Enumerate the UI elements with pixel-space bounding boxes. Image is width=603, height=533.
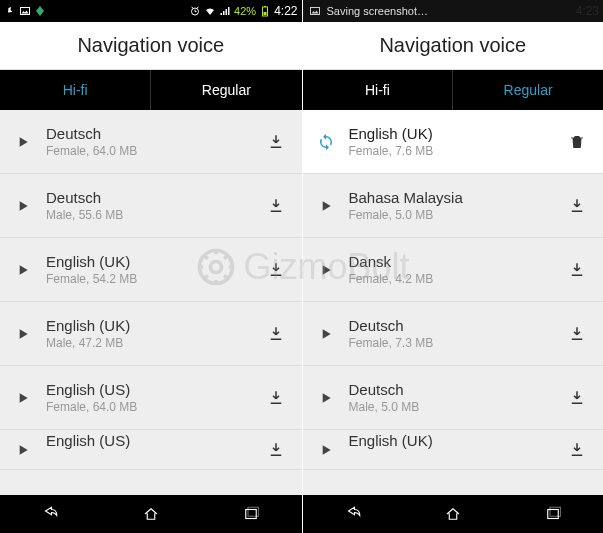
download-button[interactable] <box>565 261 589 279</box>
pin-icon <box>4 5 16 17</box>
download-button[interactable] <box>264 133 288 151</box>
play-icon[interactable] <box>317 262 335 278</box>
voice-language: Bahasa Malaysia <box>349 189 552 206</box>
clock: 4:22 <box>274 4 297 18</box>
voice-meta: Female, 5.0 MB <box>349 208 552 222</box>
recent-button[interactable] <box>540 504 566 524</box>
voice-language: Dansk <box>349 253 552 270</box>
voice-language: Deutsch <box>46 125 250 142</box>
tabs: Hi-fi Regular <box>0 70 302 110</box>
svg-rect-4 <box>264 6 266 7</box>
status-bar: 42% 4:22 <box>0 0 302 22</box>
voice-language: English (UK) <box>349 125 552 142</box>
play-icon[interactable] <box>14 326 32 342</box>
download-button[interactable] <box>264 197 288 215</box>
download-button[interactable] <box>565 441 589 459</box>
wifi-icon <box>204 5 216 17</box>
voice-list: DeutschFemale, 64.0 MBDeutschMale, 55.6 … <box>0 110 302 495</box>
alarm-icon <box>189 5 201 17</box>
voice-meta: Female, 64.0 MB <box>46 400 250 414</box>
page-title: Navigation voice <box>303 22 604 70</box>
play-icon[interactable] <box>14 134 32 150</box>
home-button[interactable] <box>440 504 466 524</box>
voice-language: English (UK) <box>46 317 250 334</box>
tab-hifi[interactable]: Hi-fi <box>0 70 150 110</box>
play-icon[interactable] <box>14 390 32 406</box>
voice-row[interactable]: DeutschMale, 5.0 MB <box>303 366 604 430</box>
voice-row[interactable]: English (UK)Female, 7.6 MB <box>303 110 604 174</box>
banner-text: Saving screenshot… <box>327 5 429 17</box>
tab-regular[interactable]: Regular <box>452 70 603 110</box>
svg-rect-3 <box>264 12 267 15</box>
play-icon[interactable] <box>317 198 335 214</box>
voice-row[interactable]: English (UK)Female, 54.2 MB <box>0 238 302 302</box>
back-button[interactable] <box>37 504 63 524</box>
home-button[interactable] <box>138 504 164 524</box>
battery-icon <box>259 5 271 17</box>
tab-hifi[interactable]: Hi-fi <box>303 70 453 110</box>
download-button[interactable] <box>264 325 288 343</box>
voice-text: DeutschFemale, 64.0 MB <box>46 125 250 158</box>
download-button[interactable] <box>565 325 589 343</box>
voice-meta: Male, 47.2 MB <box>46 336 250 350</box>
voice-meta: Female, 64.0 MB <box>46 144 250 158</box>
voice-row[interactable]: DanskFemale, 4.2 MB <box>303 238 604 302</box>
download-button[interactable] <box>264 441 288 459</box>
play-icon[interactable] <box>317 390 335 406</box>
svg-rect-6 <box>248 507 259 516</box>
download-button[interactable] <box>565 389 589 407</box>
voice-text: English (US)Female, 64.0 MB <box>46 381 250 414</box>
voice-text: DeutschMale, 55.6 MB <box>46 189 250 222</box>
delete-button[interactable] <box>565 133 589 151</box>
software-buttons <box>0 495 302 533</box>
voice-meta: Male, 55.6 MB <box>46 208 250 222</box>
signal-icon <box>219 5 231 17</box>
back-button[interactable] <box>340 504 366 524</box>
voice-row[interactable]: English (UK)Male, 47.2 MB <box>0 302 302 366</box>
voice-language: Deutsch <box>349 381 552 398</box>
phone-left: 42% 4:22 Navigation voice Hi-fi Regular … <box>0 0 302 533</box>
voice-text: DeutschFemale, 7.3 MB <box>349 317 552 350</box>
voice-text: DanskFemale, 4.2 MB <box>349 253 552 286</box>
download-button[interactable] <box>565 197 589 215</box>
voice-row[interactable]: DeutschFemale, 7.3 MB <box>303 302 604 366</box>
picture-icon <box>19 5 31 17</box>
sync-icon[interactable] <box>317 132 335 152</box>
voice-row[interactable]: English (US)Female, 64.0 MB <box>0 366 302 430</box>
software-buttons <box>303 495 604 533</box>
svg-rect-5 <box>246 510 257 519</box>
voice-row[interactable]: Bahasa MalaysiaFemale, 5.0 MB <box>303 174 604 238</box>
voice-row[interactable]: DeutschFemale, 64.0 MB <box>0 110 302 174</box>
phone-right: 4:23 Saving screenshot… Navigation voice… <box>302 0 604 533</box>
voice-row[interactable]: English (UK)Male, 7.4 MB <box>303 430 604 470</box>
play-icon[interactable] <box>317 442 335 458</box>
voice-text: English (UK)Male, 47.2 MB <box>46 317 250 350</box>
voice-language: English (US) <box>46 432 250 449</box>
battery-percent: 42% <box>234 5 256 17</box>
play-icon[interactable] <box>14 442 32 458</box>
tabs: Hi-fi Regular <box>303 70 604 110</box>
svg-rect-9 <box>550 507 561 516</box>
play-icon[interactable] <box>317 326 335 342</box>
voice-meta: Male, 5.0 MB <box>349 400 552 414</box>
voice-row[interactable]: DeutschMale, 55.6 MB <box>0 174 302 238</box>
tab-regular[interactable]: Regular <box>150 70 301 110</box>
voice-language: English (UK) <box>46 253 250 270</box>
voice-meta: Female, 54.2 MB <box>46 272 250 286</box>
voice-list: English (UK)Female, 7.6 MBBahasa Malaysi… <box>303 110 604 495</box>
voice-text: DeutschMale, 5.0 MB <box>349 381 552 414</box>
voice-text: English (UK)Female, 7.6 MB <box>349 125 552 158</box>
page-title: Navigation voice <box>0 22 302 70</box>
voice-row[interactable]: English (US)Male, 58.7 MB <box>0 430 302 470</box>
recent-button[interactable] <box>238 504 264 524</box>
svg-rect-8 <box>548 510 559 519</box>
voice-language: Deutsch <box>349 317 552 334</box>
play-icon[interactable] <box>14 262 32 278</box>
voice-meta: Female, 4.2 MB <box>349 272 552 286</box>
voice-language: English (UK) <box>349 432 552 449</box>
play-icon[interactable] <box>14 198 32 214</box>
download-button[interactable] <box>264 389 288 407</box>
voice-text: Bahasa MalaysiaFemale, 5.0 MB <box>349 189 552 222</box>
download-button[interactable] <box>264 261 288 279</box>
screenshot-banner: Saving screenshot… <box>303 0 604 22</box>
